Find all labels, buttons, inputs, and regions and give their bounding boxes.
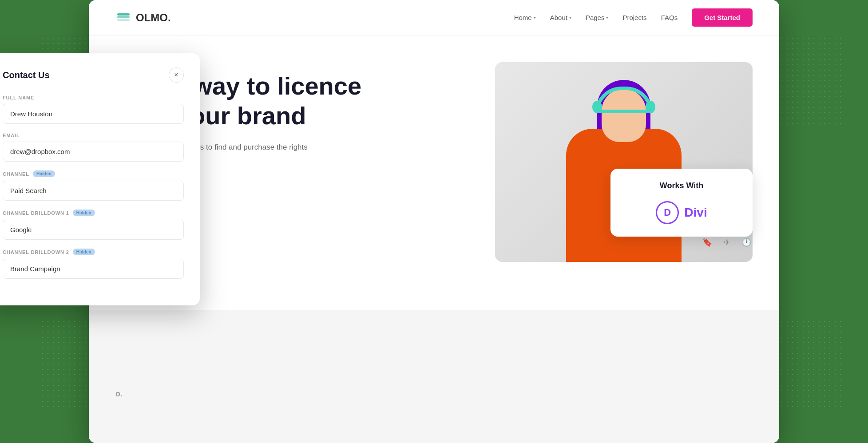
pages-chevron-icon: ▾ [606,15,608,20]
send-icon[interactable]: ✈ [721,236,733,249]
form-group-drilldown2: CHANNEL DRILLDOWN 2 Hidden [3,249,184,279]
nav-pages[interactable]: Pages ▾ [586,14,609,21]
nav-projects[interactable]: Projects [622,14,646,21]
home-chevron-icon: ▾ [534,15,536,20]
divi-brand-name: Divi [684,206,707,220]
works-with-card: Works With D Divi [610,169,753,237]
nav-home[interactable]: Home ▾ [514,14,536,21]
svg-rect-2 [117,19,130,21]
label-drilldown1: CHANNEL DRILLDOWN 1 Hidden [3,210,184,216]
nav-about[interactable]: About ▾ [550,14,571,21]
logo[interactable]: OLMO. [115,10,171,26]
input-email[interactable] [3,142,184,162]
form-group-drilldown1: CHANNEL DRILLDOWN 1 Hidden [3,210,184,240]
input-channel[interactable] [3,181,184,201]
nav-faqs[interactable]: FAQs [661,14,678,21]
logo-watermark: o. [115,389,123,399]
bookmark-icon[interactable]: 🔖 [701,236,713,249]
logo-text: OLMO. [136,12,171,24]
form-group-email: EMAIL [3,133,184,162]
modal-overlay: Contact Us × FULL NAME EMAIL CHANNEL Hid… [0,53,200,305]
modal-title: Contact Us [3,70,50,80]
label-drilldown2: CHANNEL DRILLDOWN 2 Hidden [3,249,184,255]
modal-close-button[interactable]: × [169,67,184,83]
input-full-name[interactable] [3,104,184,124]
channel-hidden-badge: Hidden [33,170,55,177]
hero-toolbar: 🔖 ✈ 🕐 [701,236,753,249]
headphone-right-pad [646,101,655,113]
input-drilldown2[interactable] [3,259,184,279]
label-channel: CHANNEL Hidden [3,170,184,177]
divi-logo-circle: D [656,201,679,224]
drilldown1-hidden-badge: Hidden [73,210,95,216]
form-group-name: FULL NAME [3,95,184,124]
about-chevron-icon: ▾ [569,15,571,20]
input-drilldown1[interactable] [3,220,184,240]
form-group-channel: CHANNEL Hidden [3,170,184,201]
svg-rect-1 [117,13,130,16]
works-with-title: Works With [625,181,738,190]
get-started-button[interactable]: Get Started [692,8,753,27]
label-email: EMAIL [3,133,184,138]
svg-rect-0 [117,16,130,18]
divi-brand: D Divi [625,201,738,224]
gray-bg: o. [89,310,779,443]
contact-modal: Contact Us × FULL NAME EMAIL CHANNEL Hid… [0,53,200,305]
modal-header: Contact Us × [3,67,184,83]
headphone-left-pad [592,101,602,113]
navbar: OLMO. Home ▾ About ▾ Pages ▾ Projects FA… [89,0,779,36]
label-full-name: FULL NAME [3,95,184,100]
nav-links: Home ▾ About ▾ Pages ▾ Projects FAQs Get… [514,8,753,27]
clock-icon[interactable]: 🕐 [740,236,753,249]
drilldown2-hidden-badge: Hidden [73,249,95,255]
